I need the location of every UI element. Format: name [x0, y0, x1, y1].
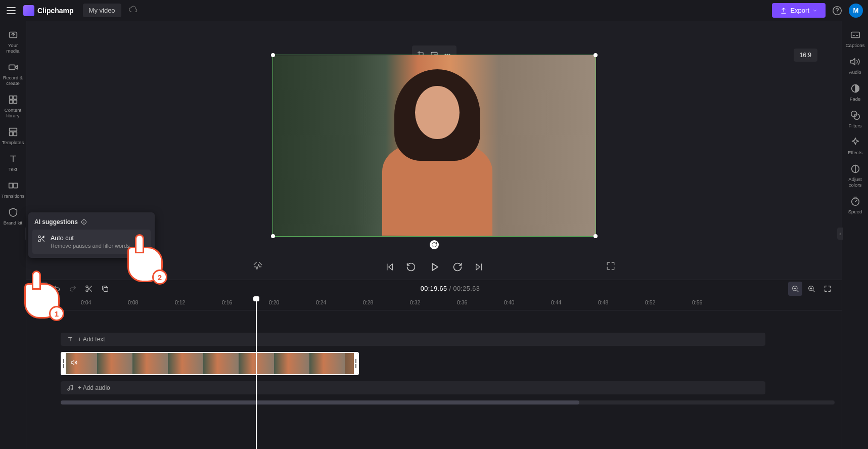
- sidebar-label: Your media: [2, 42, 24, 54]
- app-name: Clipchamp: [37, 7, 74, 15]
- resize-handle-tr[interactable]: [593, 53, 598, 57]
- sidebar-label: Effects: [848, 150, 862, 155]
- svg-rect-4: [13, 96, 16, 99]
- ruler-tick: 0:52: [645, 299, 655, 305]
- popover-item-title: Auto cut: [51, 235, 130, 242]
- right-sidebar: ‹ Captions Audio Fade Filters Effects Ad…: [842, 21, 868, 449]
- ruler-tick: 0:04: [81, 299, 91, 305]
- timeline-panel: 00:19.65 / 00:25.63 0:040:080:120:160:20…: [26, 280, 842, 449]
- sidebar-item-fade[interactable]: Fade: [843, 79, 867, 106]
- info-icon[interactable]: [81, 219, 87, 225]
- audio-track-label: + Add audio: [78, 384, 110, 391]
- sidebar-label: Record & create: [2, 75, 24, 86]
- aspect-ratio-selector[interactable]: 16:9: [794, 49, 817, 62]
- sidebar-item-content-library[interactable]: Content library: [1, 90, 25, 122]
- sidebar-item-adjust-colors[interactable]: Adjust colors: [843, 159, 867, 192]
- rewind-button[interactable]: [405, 261, 417, 273]
- help-icon[interactable]: [832, 5, 843, 16]
- sidebar-item-audio[interactable]: Audio: [843, 52, 867, 79]
- sidebar-item-your-media[interactable]: Your media: [1, 25, 25, 58]
- logo-mark-icon: [23, 5, 34, 16]
- sidebar-item-effects[interactable]: Effects: [843, 132, 867, 159]
- playhead[interactable]: [256, 297, 257, 449]
- app-header: Clipchamp My video Export M: [0, 0, 868, 21]
- current-time: 00:19.65: [421, 285, 447, 292]
- svg-rect-19: [104, 287, 108, 291]
- sidebar-item-transitions[interactable]: Transitions: [1, 176, 25, 203]
- ruler-tick: 0:56: [692, 299, 702, 305]
- forward-button[interactable]: [451, 261, 464, 273]
- rotate-handle-icon[interactable]: [430, 240, 439, 249]
- collapse-sidebar-icon[interactable]: ‹: [837, 228, 843, 240]
- sidebar-item-text[interactable]: Text: [1, 149, 25, 176]
- text-icon: [67, 336, 74, 343]
- video-clip[interactable]: [61, 352, 359, 375]
- effects-icon[interactable]: [253, 261, 263, 273]
- text-track[interactable]: + Add text: [61, 333, 765, 346]
- export-button[interactable]: Export: [772, 3, 826, 18]
- app-logo[interactable]: Clipchamp: [23, 5, 74, 16]
- timeline-ruler[interactable]: 0:040:080:120:160:200:240:280:320:360:40…: [26, 297, 842, 310]
- skip-forward-button[interactable]: [473, 261, 485, 273]
- sidebar-label: Filters: [849, 123, 862, 128]
- sidebar-item-record-create[interactable]: Record & create: [1, 58, 25, 90]
- hamburger-icon[interactable]: [5, 5, 17, 17]
- video-track-row: [61, 352, 842, 375]
- user-avatar[interactable]: M: [849, 4, 863, 18]
- clip-trim-left[interactable]: [62, 353, 66, 374]
- ruler-tick: 0:28: [363, 299, 373, 305]
- sidebar-label: Text: [9, 166, 17, 172]
- popover-title: AI suggestions: [34, 218, 78, 226]
- svg-rect-5: [9, 100, 12, 103]
- ruler-tick: 0:20: [269, 299, 279, 305]
- skip-back-button[interactable]: [384, 261, 396, 273]
- play-button[interactable]: [426, 259, 442, 275]
- clip-trim-right[interactable]: [354, 353, 358, 374]
- svg-rect-9: [13, 132, 16, 136]
- ruler-tick: 0:36: [457, 299, 467, 305]
- music-icon: [67, 384, 74, 391]
- resize-handle-bl[interactable]: [271, 234, 275, 238]
- popover-title-row: AI suggestions: [32, 216, 151, 230]
- sidebar-item-templates[interactable]: Templates: [1, 122, 25, 149]
- sidebar-label: Speed: [848, 209, 862, 214]
- callout-pointer-2: 2: [127, 247, 163, 282]
- svg-rect-10: [9, 183, 12, 188]
- zoom-in-button[interactable]: [804, 282, 818, 296]
- timeline-scrollbar[interactable]: [61, 400, 835, 405]
- video-preview-frame[interactable]: [272, 55, 596, 237]
- timeline-toolbar: 00:19.65 / 00:25.63: [26, 280, 842, 297]
- resize-handle-tl[interactable]: [271, 53, 275, 57]
- scissors-sparkle-icon: [37, 235, 45, 243]
- speaker-icon[interactable]: [71, 359, 78, 368]
- cloud-sync-icon[interactable]: [128, 5, 138, 16]
- sidebar-item-captions[interactable]: Captions: [843, 25, 867, 52]
- ruler-tick: 0:44: [551, 299, 561, 305]
- svg-rect-8: [9, 132, 12, 136]
- zoom-fit-button[interactable]: [820, 282, 835, 296]
- text-track-label: + Add text: [78, 336, 105, 343]
- fullscreen-button[interactable]: [606, 261, 615, 273]
- zoom-out-button[interactable]: [788, 282, 802, 296]
- sidebar-label: Captions: [846, 42, 865, 48]
- project-title[interactable]: My video: [83, 4, 121, 17]
- redo-button[interactable]: [66, 282, 80, 296]
- copy-button[interactable]: [98, 282, 112, 296]
- resize-handle-br[interactable]: [593, 234, 598, 238]
- sidebar-item-brand-kit[interactable]: Brand kit: [1, 203, 25, 230]
- sidebar-label: Content library: [2, 107, 24, 118]
- sidebar-label: Fade: [850, 96, 861, 102]
- svg-point-29: [38, 236, 40, 238]
- audio-track[interactable]: + Add audio: [61, 381, 765, 394]
- sidebar-label: Transitions: [1, 193, 24, 199]
- sidebar-item-speed[interactable]: Speed: [843, 192, 867, 218]
- svg-rect-7: [9, 128, 17, 131]
- playback-time-display: 00:19.65 / 00:25.63: [114, 285, 786, 292]
- sidebar-item-filters[interactable]: Filters: [843, 106, 867, 132]
- cut-button[interactable]: [82, 282, 96, 296]
- sidebar-label: Adjust colors: [844, 176, 866, 188]
- timeline-scrollbar-thumb[interactable]: [61, 400, 579, 405]
- left-sidebar: Your media Record & create Content libra…: [0, 21, 26, 449]
- svg-rect-3: [9, 96, 12, 99]
- export-label: Export: [790, 7, 809, 14]
